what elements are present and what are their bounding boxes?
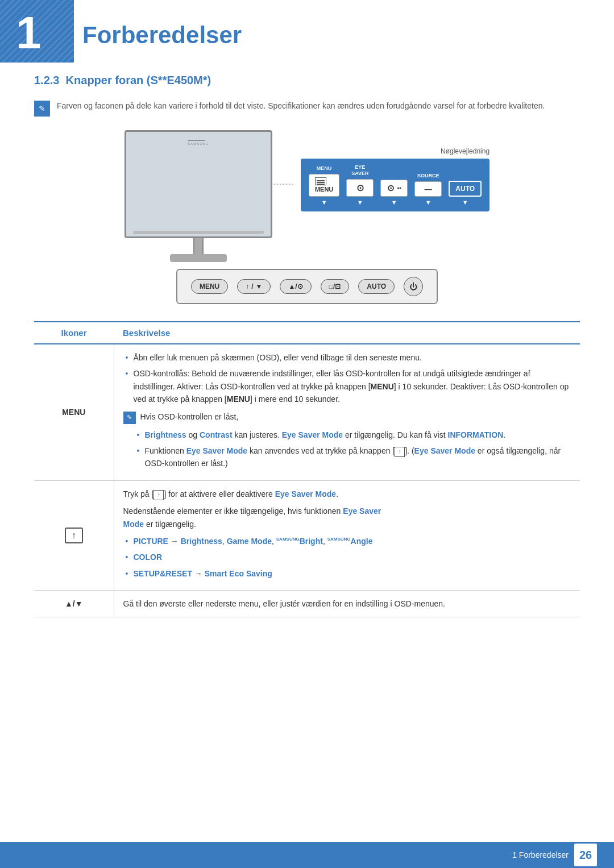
footer-page-number: 26: [574, 844, 597, 866]
col-header-description: Beskrivelse: [114, 322, 580, 344]
eye-bullet-3: SETUP&RESET → Smart Eco Saving: [123, 567, 571, 580]
desc-cell-arrows: Gå til den øverste eller nederste menu, …: [114, 591, 580, 617]
menu-sub-bullet-1: Brightness og Contrast kan justeres. Eye…: [135, 429, 571, 441]
menu-note-icon: [123, 412, 136, 424]
monitor-column: ▬▬▬▬▬ SAMSUNG: [125, 130, 272, 262]
menu-bullet-2: OSD-kontrollås: Behold de nuværende inds…: [123, 367, 571, 405]
phys-btn-power[interactable]: ⏻: [404, 277, 423, 296]
key-source-btn: —: [414, 181, 442, 197]
icon-label-menu: MENU: [62, 408, 85, 417]
key-auto-btn: AUTO: [449, 181, 482, 197]
monitor-stand-neck: [193, 238, 204, 254]
key-source-top: SOURCE: [417, 173, 439, 179]
icon-cell-eye: ↑: [34, 480, 114, 590]
key-auto-arrow: ▼: [462, 199, 468, 206]
guide-title: Nøglevejledning: [301, 147, 489, 155]
menu-bullet-1: Åbn eller luk menuen på skærmen (OSD), e…: [123, 351, 571, 364]
menu-sub-bullets: Brightness og Contrast kan justeres. Eye…: [123, 429, 571, 470]
key-eye-top: EYESAVER: [351, 164, 368, 177]
eye-desc-1: Tryk på [↑] for at aktivere eller deakti…: [123, 488, 571, 500]
menu-sub-bullet-2: Funktionen Eye Saver Mode kan anvendes v…: [135, 445, 571, 470]
eye-saver-icon: ↑: [65, 528, 83, 543]
icon-label-arrows: ▲/▼: [65, 599, 83, 608]
arrows-desc: Gå til den øverste eller nederste menu, …: [123, 597, 571, 610]
header-number: 1: [16, 10, 42, 56]
main-content: 1.2.3 Knapper foran (S**E450M*) Farven o…: [34, 74, 580, 634]
key-eye-btn: ⊙: [346, 179, 374, 197]
eye-bullet-2: COLOR: [123, 551, 571, 563]
desc-cell-eye: Tryk på [↑] for at aktivere eller deakti…: [114, 480, 580, 590]
key-bright-btn: ⊙▪▪: [380, 180, 408, 197]
menu-bullets: Åbn eller luk menuen på skærmen (OSD), e…: [123, 351, 571, 406]
note-icon: [34, 101, 50, 117]
phys-btn-up-down[interactable]: ↑/▼: [237, 279, 271, 294]
key-source-arrow: ▼: [425, 199, 432, 206]
key-source: SOURCE — ▼: [414, 173, 442, 206]
phys-btn-triangle-circle[interactable]: ▲/⊙: [280, 279, 311, 294]
note-box: Farven og faconen på dele kan variere i …: [34, 99, 580, 117]
key-bright-arrow: ▼: [391, 199, 397, 206]
guide-column: Nøglevejledning MENU MENU: [301, 130, 489, 211]
desc-cell-menu: Åbn eller luk menuen på skærmen (OSD), e…: [114, 344, 580, 480]
key-guide-box: MENU MENU ▼ EYESAVER: [301, 159, 489, 211]
icon-cell-menu: MENU: [34, 344, 114, 480]
eye-bullets: PICTURE → Brightness, Game Mode, SAMSUNG…: [123, 535, 571, 580]
key-auto: AUTO ▼: [449, 172, 482, 206]
col-header-icons: Ikoner: [34, 322, 114, 344]
menu-note: Hvis OSD-kontrollen er låst,: [123, 410, 571, 424]
note-text: Farven og faconen på dele kan variere i …: [57, 99, 545, 112]
section-title: 1.2.3 Knapper foran (S**E450M*): [34, 74, 580, 89]
eye-bullet-1: PICTURE → Brightness, Game Mode, SAMSUNG…: [123, 535, 571, 547]
key-bright-top: [393, 171, 395, 177]
monitor-stand-base: [170, 254, 227, 262]
key-eye-saver: EYESAVER ⊙ ▼: [346, 164, 374, 206]
key-auto-top: [464, 172, 466, 178]
diagram-wrapper: ▬▬▬▬▬ SAMSUNG Nøglevejledning MENU: [34, 130, 580, 304]
key-menu-top: MENU: [317, 165, 332, 172]
footer-section-label: 1 Forberedelser: [512, 850, 569, 859]
header-bar: 1: [0, 0, 74, 63]
icon-cell-arrows: ▲/▼: [34, 591, 114, 617]
guide-and-monitor: ▬▬▬▬▬ SAMSUNG Nøglevejledning MENU: [34, 130, 580, 262]
phys-btn-menu[interactable]: MENU: [191, 279, 228, 294]
eye-desc-2: Nedenstående elementer er ikke tilgængel…: [123, 505, 571, 530]
key-menu: MENU MENU ▼: [309, 165, 339, 206]
menu-note-text: Hvis OSD-kontrollen er låst,: [140, 410, 239, 423]
key-menu-btn: MENU: [309, 174, 339, 197]
physical-buttons-row: MENU ↑/▼ ▲/⊙ □/⊡ AUTO ⏻: [176, 269, 438, 304]
key-menu-arrow: ▼: [321, 199, 327, 206]
key-brightness: ⊙▪▪ ▼: [380, 171, 408, 206]
table-row-eye-saver: ↑ Tryk på [↑] for at aktivere eller deak…: [34, 480, 580, 590]
phys-btn-square-double[interactable]: □/⊡: [321, 279, 350, 294]
phys-btn-auto[interactable]: AUTO: [358, 279, 395, 294]
main-table: Ikoner Beskrivelse MENU Åbn eller luk me…: [34, 321, 580, 617]
table-row-menu: MENU Åbn eller luk menuen på skærmen (OS…: [34, 344, 580, 480]
footer: 1 Forberedelser 26: [0, 842, 614, 868]
monitor-screen: ▬▬▬▬▬ SAMSUNG: [125, 130, 272, 238]
monitor-labels: ▬▬▬▬▬ SAMSUNG: [188, 138, 209, 146]
table-row-arrows: ▲/▼ Gå til den øverste eller nederste me…: [34, 591, 580, 617]
page-title: Forberedelser: [82, 22, 242, 49]
key-eye-arrow: ▼: [357, 199, 363, 206]
